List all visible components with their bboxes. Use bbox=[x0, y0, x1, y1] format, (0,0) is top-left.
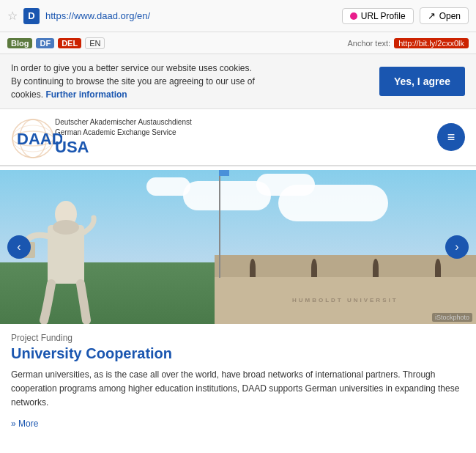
hero-image-container: HUMBOLDT UNIVERSIT ‹ › iStockphoto bbox=[0, 170, 476, 324]
cookie-accept-button[interactable]: Yes, I agree bbox=[379, 67, 465, 96]
hero-prev-button[interactable]: ‹ bbox=[7, 235, 31, 259]
project-label: Project Funding bbox=[11, 333, 465, 343]
figure-4 bbox=[435, 259, 441, 277]
cookie-line2: By continuing to browse the site you are… bbox=[11, 76, 255, 86]
daad-logo: DAAD bbox=[11, 115, 62, 159]
daad-globe-icon: DAAD bbox=[11, 115, 62, 159]
usa-label: USA bbox=[55, 138, 192, 157]
url-link[interactable]: https://www.daad.org/en/ bbox=[45, 10, 150, 21]
tag-en[interactable]: EN bbox=[85, 37, 105, 49]
open-label: Open bbox=[439, 11, 461, 21]
cookie-banner: In order to give you a better service ou… bbox=[0, 54, 476, 109]
content-area: Project Funding University Cooperation G… bbox=[0, 324, 476, 438]
tag-del[interactable]: DEL bbox=[58, 38, 81, 48]
project-title: University Cooperation bbox=[11, 345, 465, 362]
bookmark-icon[interactable]: ☆ bbox=[7, 9, 18, 23]
flag bbox=[219, 170, 229, 176]
flagpole bbox=[219, 170, 220, 278]
open-button[interactable]: ↗ Open bbox=[420, 7, 469, 24]
url-area: ☆ D https://www.daad.org/en/ bbox=[7, 8, 342, 24]
browser-top-bar: ☆ D https://www.daad.org/en/ URL Profile… bbox=[0, 0, 476, 32]
url-profile-button[interactable]: URL Profile bbox=[342, 8, 414, 24]
svg-text:DAAD: DAAD bbox=[17, 130, 62, 148]
more-link[interactable]: More bbox=[11, 419, 38, 429]
tag-blog[interactable]: Blog bbox=[7, 38, 32, 48]
anchor-url-link[interactable]: http://bit.ly/2cxx0lk bbox=[394, 38, 469, 48]
hamburger-menu-button[interactable]: ≡ bbox=[437, 123, 465, 151]
daad-subtext-line2: German Academic Exchange Service bbox=[55, 128, 192, 138]
figure-1 bbox=[250, 259, 256, 277]
project-description: German universities, as is the case all … bbox=[11, 368, 465, 410]
hero-next-button[interactable]: › bbox=[445, 235, 469, 259]
open-icon: ↗ bbox=[428, 10, 436, 21]
cloud-3 bbox=[278, 185, 388, 221]
istock-badge: iStockphoto bbox=[432, 313, 472, 322]
logo-text-area: Deutscher Akademischer Austauschdienst G… bbox=[55, 117, 192, 157]
tag-bar: Blog DF DEL EN Anchor text: http://bit.l… bbox=[0, 32, 476, 54]
pink-indicator bbox=[350, 12, 357, 20]
cookie-line3: cookies. bbox=[11, 89, 43, 100]
site-header: DAAD Deutscher Akademischer Austauschdie… bbox=[0, 109, 476, 166]
url-profile-label: URL Profile bbox=[361, 11, 406, 21]
favicon: D bbox=[23, 8, 40, 24]
anchor-text-area: Anchor text: http://bit.ly/2cxx0lk bbox=[347, 38, 469, 48]
figure-2 bbox=[311, 259, 317, 277]
browser-actions: URL Profile ↗ Open bbox=[342, 7, 469, 24]
building-inscription: HUMBOLDT UNIVERSIT bbox=[292, 297, 398, 303]
anchor-text-label: Anchor text: bbox=[347, 39, 390, 48]
cookie-further-info-link[interactable]: Further information bbox=[45, 89, 127, 100]
cookie-text: In order to give you a better service ou… bbox=[11, 62, 368, 101]
building-top bbox=[215, 255, 477, 277]
cookie-line1: In order to give you a better service ou… bbox=[11, 63, 252, 73]
daad-subtext-line1: Deutscher Akademischer Austauschdienst bbox=[55, 117, 192, 128]
svg-point-7 bbox=[53, 220, 79, 235]
tag-df[interactable]: DF bbox=[36, 38, 54, 48]
figure-3 bbox=[373, 259, 379, 277]
